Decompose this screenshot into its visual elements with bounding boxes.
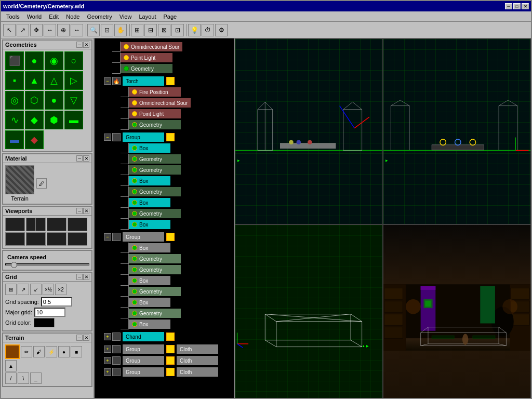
node-g2-box3[interactable]: Box — [97, 297, 232, 308]
left-panel-scroll[interactable]: Geometries ─ ✕ ⬛ ● ◉ ○ ▪ ▲ — [1, 38, 94, 399]
terrain-tool-circle[interactable]: ● — [58, 346, 70, 357]
tool-pan[interactable]: ✋ — [114, 24, 127, 36]
node-torch2[interactable]: Torch — [123, 76, 164, 86]
grid-tool-4[interactable]: ×½ — [43, 284, 54, 295]
tool-select2[interactable]: ↗ — [17, 24, 29, 36]
node-g1-geo1[interactable]: Geometry — [97, 154, 232, 164]
viewport-layout-7[interactable] — [47, 232, 66, 246]
node-torch2-header[interactable]: − 🔥 Torch — [97, 76, 232, 86]
tool-timer[interactable]: ⏱ — [202, 24, 214, 36]
viewport-layout-6[interactable] — [26, 232, 46, 246]
node-group5[interactable]: Group — [123, 367, 164, 377]
viewport-layout-4[interactable] — [68, 218, 87, 231]
minimize-button[interactable]: ─ — [505, 3, 512, 9]
node-g1-box3[interactable]: Box — [97, 197, 232, 208]
node-box-light1[interactable]: Point Light — [121, 53, 172, 62]
node-g1-box1[interactable]: Box — [97, 143, 232, 153]
node-g2-box1[interactable]: Box — [97, 243, 232, 253]
menu-geometry[interactable]: Geometry — [84, 12, 115, 21]
geo-hex2[interactable]: ⬢ — [45, 111, 63, 129]
node-g2-box2[interactable]: Box — [97, 275, 232, 286]
node-g2-geo1[interactable]: Geometry — [97, 254, 232, 264]
node-box-g1b2[interactable]: Box — [129, 176, 170, 185]
viewport-top-left[interactable]: ▶ — [235, 38, 383, 224]
node-box-g1geo1[interactable]: Geometry — [129, 154, 181, 164]
geo-sphere3[interactable]: ○ — [64, 51, 83, 70]
tool-viewport3[interactable]: ⊠ — [158, 24, 170, 36]
geo-diamond[interactable]: ◆ — [25, 111, 44, 129]
node-g1-box4[interactable]: Box — [97, 219, 232, 230]
geo-cylinder[interactable]: ▷ — [64, 71, 83, 90]
menu-page[interactable]: Page — [160, 12, 180, 21]
node-g2-box4[interactable]: Box — [97, 319, 232, 329]
node-box-g2geo4[interactable]: Geometry — [129, 309, 181, 318]
grid-spacing-input[interactable] — [41, 297, 72, 307]
expand-group3[interactable]: + — [104, 345, 111, 353]
node-group4[interactable]: Group — [123, 356, 164, 365]
terrain-preview[interactable] — [5, 344, 20, 359]
viewport-render[interactable]: ■■■■■■ — [383, 224, 531, 399]
node-group3[interactable]: Group — [123, 344, 164, 354]
node-box-geo2[interactable]: Geometry — [129, 120, 181, 129]
close-button[interactable]: ✕ — [522, 3, 529, 9]
geo-cube[interactable]: ⬛ — [5, 51, 24, 70]
node-group2-header[interactable]: − Group — [97, 232, 232, 242]
tool-move[interactable]: ✥ — [30, 24, 43, 36]
tool-rotate[interactable]: ↔ — [44, 24, 56, 36]
node-g1-geo4[interactable]: Geometry — [97, 208, 232, 219]
node-box-g1b3[interactable]: Box — [129, 198, 170, 207]
node-omni2[interactable]: Omnidirectional Sour — [97, 98, 232, 108]
geo-hex[interactable]: ⬡ — [25, 91, 44, 110]
expand-chand[interactable]: + — [104, 333, 111, 340]
tool-viewport4[interactable]: ⊡ — [171, 24, 184, 36]
node-pointlight2[interactable]: Point Light — [97, 109, 232, 119]
terrain-close-btn[interactable]: ✕ — [83, 335, 89, 341]
terrain-tool-slash1[interactable]: / — [5, 373, 17, 384]
geo-flag1[interactable]: ▬ — [5, 130, 24, 149]
viewports-close-btn[interactable]: ✕ — [83, 208, 89, 214]
grid-tool-3[interactable]: ↙ — [30, 284, 42, 295]
terrain-tool-slash3[interactable]: _ — [30, 373, 42, 384]
viewport-layout-2[interactable] — [26, 218, 46, 231]
node-chand-header[interactable]: + Chand — [97, 331, 232, 342]
geo-flag2[interactable]: ◆ — [25, 130, 44, 149]
expand-group4[interactable]: + — [104, 357, 111, 364]
node-box-omni2[interactable]: Omnidirectional Sour — [129, 98, 191, 108]
node-cloth5[interactable]: Cloth — [177, 367, 218, 377]
node-box-g1geo4[interactable]: Geometry — [129, 209, 181, 218]
viewport-layout-8[interactable] — [68, 232, 87, 246]
tool-viewport1[interactable]: ⊞ — [131, 24, 143, 36]
terrain-tool-triangle[interactable]: ▲ — [5, 360, 17, 371]
grid-min-btn[interactable]: ─ — [76, 274, 83, 280]
grid-major-input[interactable] — [34, 308, 65, 317]
node-light-1[interactable]: Point Light — [97, 52, 232, 63]
geo-box[interactable]: ▪ — [5, 71, 24, 90]
node-box-g1b1[interactable]: Box — [129, 143, 170, 153]
geo-disc[interactable]: ● — [45, 91, 63, 110]
geo-wave[interactable]: ∿ — [5, 111, 24, 129]
viewport-layout-3[interactable] — [47, 218, 66, 231]
viewport-bottom-left[interactable]: ▲ ▶ — [235, 224, 383, 399]
node-box-g2b4[interactable]: Box — [129, 320, 170, 329]
maximize-button[interactable]: □ — [513, 3, 521, 9]
node-box-omni1[interactable]: Omnidirectional Sour — [121, 42, 182, 51]
camera-speed-thumb[interactable] — [11, 262, 17, 268]
viewport-layout-5[interactable] — [5, 232, 25, 246]
node-box-geo1[interactable]: Geometry — [121, 64, 172, 73]
expand-group5[interactable]: + — [104, 368, 111, 376]
geo-cap[interactable]: ▽ — [64, 91, 83, 110]
node-g2-geo3[interactable]: Geometry — [97, 286, 232, 297]
geo-sphere2[interactable]: ◉ — [45, 51, 63, 70]
geometries-close-btn[interactable]: ✕ — [83, 42, 89, 48]
tool-select[interactable]: ↖ — [3, 24, 16, 36]
scene-graph[interactable]: Omnidirectional Sour Point Light — [95, 38, 235, 399]
geo-torus[interactable]: ◎ — [5, 91, 24, 110]
node-g1-box2[interactable]: Box — [97, 176, 232, 186]
material-min-btn[interactable]: ─ — [76, 155, 83, 162]
node-group5-header[interactable]: + Group Cloth — [97, 367, 232, 377]
node-firepos-2[interactable]: Fire Position — [97, 87, 232, 97]
node-chand-box[interactable]: Chand — [123, 332, 164, 341]
grid-color-swatch[interactable] — [34, 318, 55, 327]
menu-layout[interactable]: Layout — [136, 12, 159, 21]
terrain-tool-fill[interactable]: ⚡ — [46, 346, 57, 357]
